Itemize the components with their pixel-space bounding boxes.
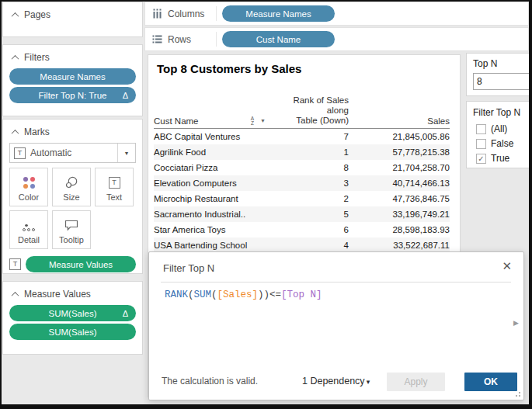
rank-cell[interactable]: 2 [270,194,349,203]
sales-cell[interactable]: 21,704,258.70 [349,163,450,172]
rank-cell[interactable]: 1 [270,147,349,157]
shelf-divider [216,32,217,47]
filter-pill-measure-names[interactable]: Measure Names [9,68,136,85]
table-row[interactable]: Elevation Computers 3 40,714,466.13 [154,175,450,191]
mark-type-dropdown[interactable]: T Automatic ▼ [9,143,136,163]
filter-pill-filter-top-n[interactable]: Filter Top N: True Δ [9,87,136,103]
column-header-cust-name[interactable]: Cust Name AZ ▼ [154,116,270,126]
color-icon [23,177,35,189]
cust-name-cell[interactable]: USA Bartending School [154,241,270,250]
checkbox-label: (All) [491,123,507,134]
rows-icon [152,34,162,44]
table-row[interactable]: Microchip Restaurant 2 47,736,846.75 [154,191,450,206]
pill-label: SUM(Sales) [49,328,97,337]
table-row[interactable]: Sacramento Industrial.. 5 33,196,749.21 [154,206,450,222]
top-n-input[interactable] [473,73,532,90]
pages-shelf: Pages [2,2,143,37]
measure-values-pill-sum-sales-1[interactable]: SUM(Sales) Δ [9,305,136,321]
checkbox-true[interactable]: ✓ [476,154,486,164]
measure-values-pill-sum-sales-2[interactable]: SUM(Sales) [9,324,136,340]
size-button[interactable]: Size [52,168,91,206]
filter-top-n-title: Filter Top N [473,107,532,118]
dependency-label: 1 Dependency [302,376,365,386]
collapse-chevron-icon[interactable] [12,129,19,137]
header-label: Rank of Sales along [270,95,349,116]
rank-cell[interactable]: 6 [270,225,349,234]
tooltip-button[interactable]: Tooltip [52,210,91,249]
top-n-parameter-card: Top N [466,53,532,96]
formula-paren: ( [211,289,217,300]
formula-editor[interactable]: RANK(SUM([Sales]))<=[Top N] [165,289,322,300]
table-row[interactable]: USA Bartending School 4 33,522,687.11 [154,237,450,253]
checkbox-row-all[interactable]: (All) [476,123,532,134]
marks-title: Marks [24,127,50,137]
rank-cell[interactable]: 3 [270,179,349,188]
rank-cell[interactable]: 4 [270,241,349,250]
text-icon: T [109,177,120,189]
formula-paren: )) [258,289,269,300]
dependency-dropdown[interactable]: 1 Dependency▾ [302,376,370,386]
detail-button[interactable]: Detail [9,210,48,249]
collapse-chevron-icon[interactable] [12,54,19,62]
worksheet-title: Top 8 Customers by Sales [157,62,301,75]
ok-button[interactable]: OK [464,373,517,391]
formula-field: [Sales] [217,289,259,300]
color-button[interactable]: Color [9,168,48,206]
table-row[interactable]: ABC Capital Ventures 7 21,845,005.86 [154,129,450,144]
cust-name-cell[interactable]: Cocciatari Pizza [154,163,270,172]
cust-name-cell[interactable]: Elevation Computers [154,179,270,188]
sort-az-icon[interactable]: AZ [251,116,254,125]
cust-name-cell[interactable]: Microchip Restaurant [154,194,270,203]
cust-name-cell[interactable]: Star America Toys [154,225,270,234]
formula-paren: ( [188,289,194,300]
tooltip-icon [64,220,78,231]
main-area: Columns Measure Names Rows Cust Name Top… [144,2,529,404]
sales-cell[interactable]: 33,522,687.11 [349,241,450,250]
rank-cell[interactable]: 5 [270,210,349,219]
columns-pill-measure-names[interactable]: Measure Names [222,5,335,22]
checkbox-label: True [491,153,509,164]
text-button[interactable]: T Text [95,168,134,206]
close-icon[interactable]: ✕ [502,259,512,273]
table-row[interactable]: Star America Toys 6 28,598,183.93 [154,222,450,237]
tableau-window: Pages Filters Measure Names Filter Top N… [0,0,532,409]
resize-grip[interactable] [519,395,520,397]
dialog-divider [161,282,511,282]
sales-cell[interactable]: 28,598,183.93 [349,225,450,234]
checkbox-row-true[interactable]: ✓ True [476,153,532,164]
table-row[interactable]: Agrilink Food 1 57,778,215.38 [154,144,450,160]
header-label: Sales [427,116,450,126]
cust-name-cell[interactable]: Agrilink Food [154,147,270,157]
marks-pill-measure-values[interactable]: Measure Values [26,256,136,272]
columns-shelf: Columns Measure Names [144,2,529,26]
table-body: ABC Capital Ventures 7 21,845,005.86 Agr… [154,129,450,253]
apply-button[interactable]: Apply [387,373,445,391]
text-mark-icon: T [14,147,26,159]
dialog-title: Filter Top N [163,262,214,274]
formula-function: RANK [165,289,188,300]
column-header-sales[interactable]: Sales [349,116,450,126]
rank-cell[interactable]: 8 [270,163,349,172]
sales-cell[interactable]: 21,845,005.86 [349,132,450,141]
sort-caret-icon[interactable]: ▼ [260,118,266,123]
functions-panel-expander-icon[interactable]: ▶ [513,319,519,327]
collapse-chevron-icon[interactable] [12,12,19,19]
checkbox-all[interactable] [476,124,486,134]
sales-cell[interactable]: 40,714,466.13 [349,179,450,188]
sales-cell[interactable]: 33,196,749.21 [349,210,450,219]
calculation-dialog: Filter Top N ✕ RANK(SUM([Sales]))<=[Top … [148,251,524,400]
formula-function: SUM [194,289,212,300]
checkbox-false[interactable] [476,139,486,149]
cust-name-cell[interactable]: ABC Capital Ventures [154,132,270,141]
collapse-chevron-icon[interactable] [12,291,19,299]
checkbox-row-false[interactable]: False [476,138,532,149]
formula-operator: <= [269,289,281,300]
sales-cell[interactable]: 57,778,215.38 [349,147,450,157]
sales-cell[interactable]: 47,736,846.75 [349,194,450,203]
rows-pill-cust-name[interactable]: Cust Name [222,31,335,47]
table-row[interactable]: Cocciatari Pizza 8 21,704,258.70 [154,160,450,175]
mark-type-label: Automatic [30,147,117,158]
cust-name-cell[interactable]: Sacramento Industrial.. [154,210,270,219]
column-header-rank[interactable]: Rank of Sales along Table (Down) [270,95,349,126]
rank-cell[interactable]: 7 [270,132,349,141]
